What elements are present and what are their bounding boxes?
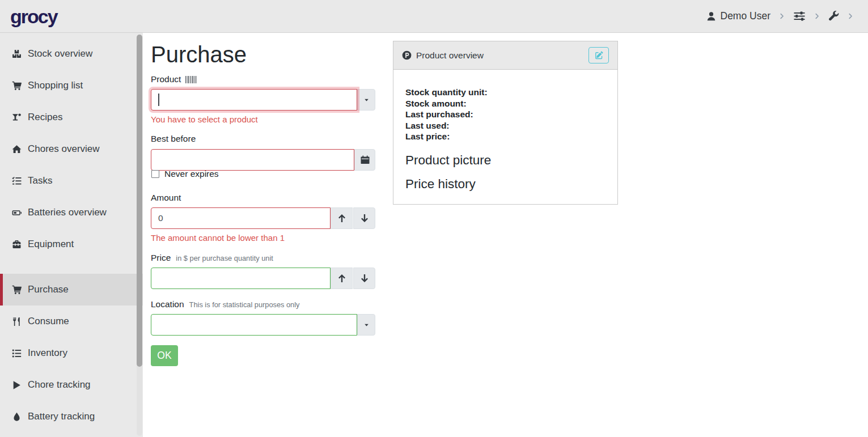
price-label-row: Price in $ per purchase quantity unit <box>151 253 273 263</box>
price-input[interactable] <box>151 268 331 289</box>
page-title: Purchase <box>151 42 247 67</box>
never-expires-checkbox[interactable] <box>151 170 159 178</box>
amount-label-row: Amount <box>151 193 181 203</box>
text-cursor <box>158 94 159 106</box>
calendar-icon <box>361 155 370 164</box>
sidebar: Stock overviewShopping listRecipesChores… <box>0 33 143 437</box>
product-input[interactable] <box>151 89 357 111</box>
user-menu-label: Demo User <box>721 10 771 22</box>
sidebar-item-label: Purchase <box>28 284 69 295</box>
edit-product-button[interactable] <box>588 47 609 63</box>
edit-icon <box>595 51 603 60</box>
shopping-cart-icon <box>11 81 22 91</box>
product-error: You have to select a product <box>151 114 258 124</box>
price-increase-button[interactable] <box>331 268 353 289</box>
product-overview-body: Stock quantity unit:Stock amount:Last pu… <box>393 70 617 191</box>
sliders-icon <box>793 11 806 22</box>
amount-increase-button[interactable] <box>331 207 353 229</box>
sidebar-item-chore-tracking[interactable]: Chore tracking <box>0 369 143 401</box>
home-icon <box>11 145 22 154</box>
list-icon <box>11 349 22 358</box>
barcode-icon <box>185 76 198 83</box>
sidebar-item-recipes[interactable]: Recipes <box>0 101 143 133</box>
shopping-cart-icon <box>11 285 22 295</box>
main-content: Purchase Product You have to select a pr… <box>143 33 868 437</box>
product-overview-fields: Stock quantity unit:Stock amount:Last pu… <box>405 87 606 142</box>
topbar-menu: Demo User <box>706 10 854 22</box>
boxes-icon <box>11 49 22 59</box>
price-hint: in $ per purchase quantity unit <box>176 254 273 262</box>
panel-section-title: Product picture <box>405 154 606 168</box>
best-before-input[interactable] <box>151 149 354 171</box>
best-before-label-row: Best before <box>151 134 196 144</box>
sidebar-item-chores-overview[interactable]: Chores overview <box>0 133 143 165</box>
amount-input[interactable] <box>151 207 331 229</box>
sidebar-divider <box>0 260 143 274</box>
chevron-right-icon <box>779 12 785 20</box>
chevron-right-icon <box>848 12 853 20</box>
product-label: Product <box>151 74 181 84</box>
sidebar-item-label: Chores overview <box>28 143 100 155</box>
user-menu[interactable]: Demo User <box>706 10 771 22</box>
product-overview-panel: Product overview Stock quantity unit:Sto… <box>393 41 618 205</box>
tasks-icon <box>11 176 22 186</box>
price-decrease-button[interactable] <box>353 268 375 289</box>
price-label: Price <box>151 253 171 263</box>
location-label-row: Location This is for statistical purpose… <box>151 299 299 309</box>
sidebar-item-label: Tasks <box>28 175 52 186</box>
amount-label: Amount <box>151 193 181 203</box>
location-input[interactable] <box>151 314 357 336</box>
app-logo[interactable]: grocy <box>10 7 57 26</box>
product-overview-field: Last purchased: <box>405 109 606 120</box>
never-expires-label: Never expires <box>164 169 219 179</box>
sidebar-item-inventory[interactable]: Inventory <box>0 337 143 369</box>
never-expires-row: Never expires <box>151 169 219 179</box>
settings-menu[interactable] <box>793 11 806 22</box>
caret-down-icon <box>363 97 370 103</box>
sidebar-item-tasks[interactable]: Tasks <box>0 165 143 197</box>
location-dropdown-button[interactable] <box>357 314 375 336</box>
best-before-label: Best before <box>151 134 196 144</box>
chevron-right-icon <box>814 12 820 20</box>
caret-down-icon <box>363 322 370 328</box>
product-overview-field: Last used: <box>405 120 606 131</box>
sidebar-item-battery-tracking[interactable]: Battery tracking <box>0 401 143 432</box>
sidebar-item-equipment[interactable]: Equipment <box>0 228 143 260</box>
product-overview-field: Stock quantity unit: <box>405 87 606 98</box>
sidebar-item-stock-overview[interactable]: Stock overview <box>0 38 143 70</box>
product-dropdown-button[interactable] <box>357 89 375 111</box>
sidebar-scrollbar-thumb[interactable] <box>137 35 142 367</box>
tint-icon <box>11 412 22 422</box>
panel-section-title: Price history <box>405 177 606 192</box>
topbar: grocy Demo User <box>0 0 868 33</box>
product-circle-icon <box>402 50 412 60</box>
sidebar-item-label: Shopping list <box>28 80 83 91</box>
calendar-button[interactable] <box>354 149 375 171</box>
product-overview-sections: Product picturePrice history <box>405 154 606 192</box>
amount-input-group <box>151 207 375 229</box>
arrow-down-icon <box>360 274 369 283</box>
admin-menu[interactable] <box>828 11 839 22</box>
amount-decrease-button[interactable] <box>353 207 375 229</box>
ok-button[interactable]: OK <box>151 345 178 366</box>
sidebar-item-shopping-list[interactable]: Shopping list <box>0 70 143 101</box>
sidebar-item-label: Batteries overview <box>28 207 107 218</box>
arrow-up-icon <box>337 214 346 223</box>
sidebar-item-label: Recipes <box>28 112 62 123</box>
best-before-input-group <box>151 149 375 171</box>
sidebar-item-label: Consume <box>28 316 69 327</box>
product-overview-title: Product overview <box>416 50 484 61</box>
wrench-icon <box>828 11 839 22</box>
sidebar-item-purchase[interactable]: Purchase <box>0 274 143 306</box>
play-icon <box>11 380 22 390</box>
sidebar-item-consume[interactable]: Consume <box>0 306 143 337</box>
amount-error: The amount cannot be lower than 1 <box>151 233 285 243</box>
sidebar-item-label: Inventory <box>28 347 67 359</box>
sidebar-item-batteries-overview[interactable]: Batteries overview <box>0 197 143 228</box>
sidebar-item-label: Battery tracking <box>28 411 95 422</box>
toolbox-icon <box>11 240 22 249</box>
product-input-group <box>151 89 375 111</box>
location-label: Location <box>151 299 184 309</box>
arrow-up-icon <box>337 274 346 283</box>
price-input-group <box>151 268 375 289</box>
